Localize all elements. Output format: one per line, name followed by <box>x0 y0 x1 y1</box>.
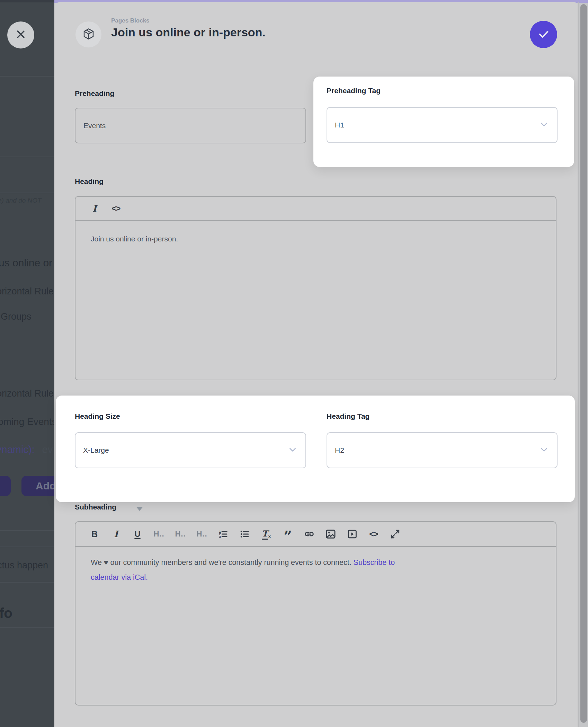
heading-tag-select[interactable]: H2 <box>327 432 558 468</box>
divider <box>0 193 54 193</box>
preheading-tag-card: Preheading Tag H1 <box>313 77 574 167</box>
breadcrumb-eyebrow: Pages Blocks <box>111 17 150 24</box>
dynamic-value: ev <box>42 444 53 455</box>
background-item: oming Events <box>0 416 54 427</box>
heading-label: Heading <box>75 177 104 186</box>
divider <box>0 530 54 531</box>
close-icon <box>15 28 27 42</box>
subheading-editor[interactable]: B I U H.. H.. H.. 123 Tx ” <> We ♥ our c… <box>75 521 556 706</box>
subscribe-link[interactable]: calendar via iCal. <box>91 573 148 582</box>
heading2-icon[interactable]: H.. <box>175 528 186 540</box>
cube-icon <box>82 27 95 42</box>
heading-tag-value: H2 <box>335 446 344 454</box>
page-title: Join us online or in-person. <box>111 26 266 39</box>
chevron-down-icon <box>287 444 298 456</box>
block-type-avatar <box>75 21 101 47</box>
dynamic-label: ynamic): <box>0 444 35 455</box>
divider <box>0 627 54 628</box>
background-section-heading: fo <box>0 605 12 621</box>
background-item: orizontal Rule <box>0 388 54 399</box>
subscribe-link[interactable]: Subscribe to <box>354 558 395 567</box>
chevron-down-icon <box>539 119 549 131</box>
preheading-tag-label: Preheading Tag <box>327 87 381 95</box>
check-icon <box>536 27 551 43</box>
code-icon[interactable]: <> <box>368 528 380 540</box>
underline-icon[interactable]: U <box>132 528 143 540</box>
chevron-down-icon <box>539 444 549 456</box>
image-icon[interactable] <box>325 528 337 540</box>
background-note-text: e) and do NOT <box>0 197 42 204</box>
clear-format-icon[interactable]: Tx <box>260 528 272 540</box>
save-button[interactable] <box>530 21 557 48</box>
heading-editor[interactable]: I <> Join us online or in-person. <box>75 196 556 380</box>
preheading-value: Events <box>83 122 106 130</box>
preheading-tag-value: H1 <box>335 121 344 129</box>
video-icon[interactable] <box>346 528 358 540</box>
subheading-editor-toolbar: B I U H.. H.. H.. 123 Tx ” <> <box>75 522 556 547</box>
divider <box>0 582 54 583</box>
scrollbar-thumb[interactable] <box>580 4 587 723</box>
heading-tag-label: Heading Tag <box>327 412 369 420</box>
background-item: us online or i <box>0 257 54 269</box>
add-button-label: Add <box>21 476 54 496</box>
background-sidebar: e) and do NOT us online or i orizontal R… <box>0 0 54 727</box>
italic-icon[interactable]: I <box>110 528 122 540</box>
subheading-label: Subheading <box>75 503 116 511</box>
heading-size-select[interactable]: X-Large <box>75 432 306 468</box>
heading-editor-toolbar: I <> <box>75 197 556 221</box>
preheading-input[interactable]: Events <box>75 108 306 143</box>
divider <box>0 547 54 547</box>
code-icon[interactable]: <> <box>110 203 122 214</box>
close-button[interactable] <box>7 21 34 48</box>
expand-icon[interactable] <box>389 528 401 540</box>
sidebar-top-shade <box>0 0 54 2</box>
add-button: Add <box>21 476 54 496</box>
subheading-text: We ♥ our community members and we're con… <box>91 558 354 567</box>
background-item: orizontal Rule <box>0 286 54 297</box>
heading-editor-content[interactable]: Join us online or in-person. <box>91 235 178 243</box>
italic-icon[interactable]: I <box>89 203 100 214</box>
background-button-partial <box>0 476 11 496</box>
bold-icon[interactable]: B <box>89 528 100 540</box>
divider <box>0 76 54 77</box>
preheading-tag-select[interactable]: H1 <box>327 107 558 143</box>
link-icon[interactable] <box>303 528 315 540</box>
heading-size-label: Heading Size <box>75 412 120 420</box>
preheading-label: Preheading <box>75 89 114 98</box>
divider <box>0 157 54 157</box>
heading-size-value: X-Large <box>83 446 109 454</box>
caret-down-icon[interactable] <box>136 507 143 511</box>
ordered-list-icon[interactable]: 123 <box>217 528 229 540</box>
background-dynamic-row: ynamic):ev <box>0 444 53 455</box>
bullet-list-icon[interactable] <box>239 528 251 540</box>
heading-size-card: Heading Size X-Large Heading Tag H2 <box>56 396 575 502</box>
svg-text:3: 3 <box>219 535 221 539</box>
heading1-icon[interactable]: H.. <box>153 528 165 540</box>
blockquote-icon[interactable]: ” <box>282 526 294 542</box>
background-item: Groups <box>1 311 32 322</box>
panel-edge-shadow <box>578 2 579 727</box>
subheading-editor-content[interactable]: We ♥ our community members and we're con… <box>91 555 527 585</box>
background-item: ctus happen <box>0 560 48 571</box>
heading3-icon[interactable]: H.. <box>196 528 208 540</box>
